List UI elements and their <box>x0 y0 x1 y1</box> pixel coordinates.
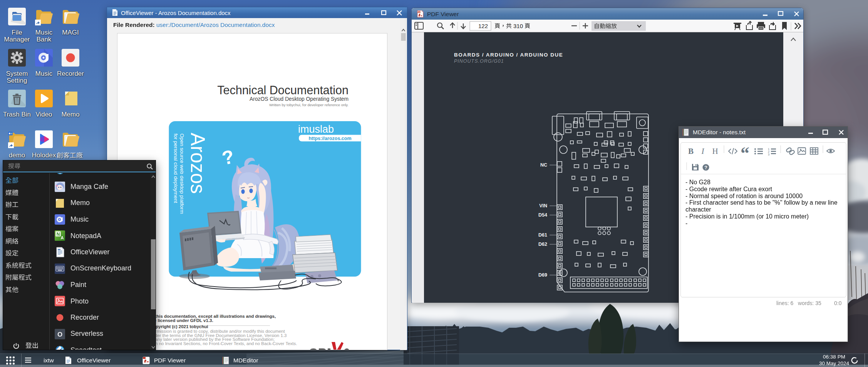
svg-text:O: O <box>57 331 62 338</box>
svg-text:?: ? <box>704 165 707 170</box>
svg-text:NC: NC <box>540 162 547 168</box>
svg-text:3: 3 <box>768 153 769 156</box>
svg-text:D54: D54 <box>538 212 547 218</box>
svg-text:BOARDS / ARDUINO / ARDUINO: BOARDS / ARDUINO / ARDUINO DUE <box>454 52 563 58</box>
svg-text:D62: D62 <box>538 242 547 247</box>
svg-text:H: H <box>712 147 718 156</box>
svg-text:VIN: VIN <box>539 203 547 209</box>
svg-text:PDF: PDF <box>417 11 421 13</box>
svg-text:B: B <box>688 147 694 156</box>
svg-text:Open source web desktop platfo: Open source web desktop platform <box>179 133 185 214</box>
svg-text:N: N <box>57 232 60 237</box>
svg-text:A: A <box>61 235 64 240</box>
svg-text:for personal cloud deployment: for personal cloud deployment <box>173 133 179 203</box>
svg-text:imuslab: imuslab <box>298 123 334 135</box>
svg-text:D61: D61 <box>538 232 547 238</box>
svg-text:PINOUTS.ORG/G01: PINOUTS.ORG/G01 <box>454 58 504 64</box>
svg-text:I: I <box>701 147 705 156</box>
svg-text:https://arozos.com: https://arozos.com <box>308 136 351 141</box>
svg-text:Arozos: Arozos <box>187 133 209 194</box>
svg-text:D69: D69 <box>538 272 547 278</box>
svg-text:“: “ <box>741 143 749 159</box>
